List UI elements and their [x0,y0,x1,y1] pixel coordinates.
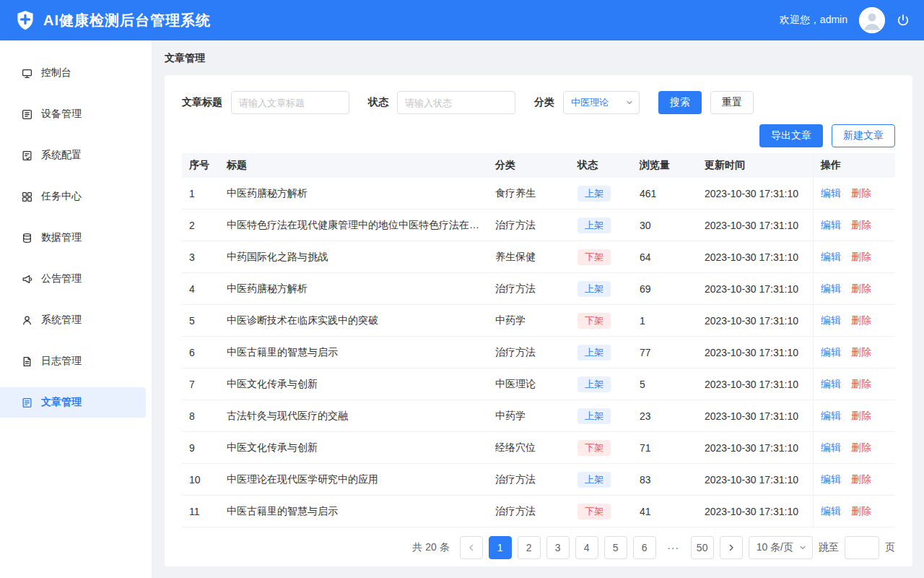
delete-link[interactable]: 删除 [851,441,871,454]
page-size-select[interactable]: 10 条/页 [749,536,813,559]
article-category: 治疗方法 [488,505,570,518]
sidebar-item-console[interactable]: 控制台 [0,58,146,88]
more-pages-button[interactable]: ··· [662,536,685,559]
title-filter-input[interactable] [231,91,349,114]
page-number-list: 123456···50 [489,536,714,559]
export-articles-button[interactable]: 导出文章 [759,124,823,147]
article-category: 经络穴位 [488,441,570,454]
page-button-1[interactable]: 1 [489,536,512,559]
table-row: 5 中医诊断技术在临床实践中的突破 中药学 下架 1 2023-10-30 17… [182,305,895,337]
edit-link[interactable]: 编辑 [821,314,841,327]
delete-link[interactable]: 删除 [851,410,871,423]
edit-link[interactable]: 编辑 [821,282,841,296]
edit-link[interactable]: 编辑 [821,505,841,518]
edit-link[interactable]: 编辑 [821,187,841,200]
create-article-button[interactable]: 新建文章 [832,124,895,147]
delete-link[interactable]: 删除 [851,282,871,296]
row-index: 1 [182,188,219,199]
sidebar-item-label: 文章管理 [41,396,82,409]
article-icon [22,397,32,408]
delete-link[interactable]: 删除 [851,473,871,486]
article-category: 治疗方法 [488,219,570,232]
next-page-button[interactable] [720,536,743,559]
edit-link[interactable]: 编辑 [821,251,841,264]
views-count: 1 [632,315,697,327]
status-filter-input[interactable] [397,91,515,114]
sidebar-item-notice[interactable]: 公告管理 [0,264,146,294]
page-button-6[interactable]: 6 [633,536,656,559]
article-card: 文章标题 状态 分类 中医理论 搜索 重置 [165,75,912,566]
page-size-value: 10 条/页 [757,541,793,554]
table-row: 7 中医文化传承与创新 中医理论 上架 5 2023-10-30 17:31:1… [182,368,895,400]
delete-link[interactable]: 删除 [851,314,871,327]
delete-link[interactable]: 删除 [851,378,871,391]
delete-link[interactable]: 删除 [851,251,871,264]
article-title: 中医理论在现代医学研究中的应用 [219,473,488,486]
status-badge: 下架 [578,313,611,329]
title-filter-label: 文章标题 [182,96,222,109]
user-avatar[interactable] [859,7,885,33]
page-button-5[interactable]: 5 [604,536,627,559]
sidebar-item-device[interactable]: 设备管理 [0,99,146,129]
delete-link[interactable]: 删除 [851,505,871,518]
delete-link[interactable]: 删除 [851,346,871,359]
edit-link[interactable]: 编辑 [821,473,841,486]
edit-link[interactable]: 编辑 [821,219,841,232]
views-count: 77 [632,347,697,358]
views-count: 83 [632,474,697,486]
row-index: 8 [182,410,219,422]
category-select[interactable]: 中医理论 [563,91,640,114]
article-category: 中医理论 [488,378,570,391]
edit-link[interactable]: 编辑 [821,410,841,423]
sidebar-item-config[interactable]: 系统配置 [0,140,146,171]
breadcrumb: 文章管理 [165,51,912,65]
updated-time: 2023-10-30 17:31:10 [697,506,813,517]
jump-page-input[interactable] [845,536,879,559]
welcome-text: 欢迎您，admin [780,14,847,27]
updated-time: 2023-10-30 17:31:10 [697,442,813,454]
status-badge: 上架 [578,345,611,361]
page-button-3[interactable]: 3 [546,536,570,559]
search-button[interactable]: 搜索 [658,91,702,114]
status-badge: 上架 [578,408,611,424]
article-title: 中医古籍里的智慧与启示 [219,346,488,359]
page-button-2[interactable]: 2 [518,536,541,559]
edit-link[interactable]: 编辑 [821,441,841,454]
sidebar-item-article[interactable]: 文章管理 [0,387,146,418]
updated-time: 2023-10-30 17:31:10 [697,220,813,231]
sidebar-item-label: 系统配置 [41,149,82,162]
views-count: 30 [632,220,697,231]
article-title: 中医药膳秘方解析 [219,282,488,296]
edit-link[interactable]: 编辑 [821,378,841,391]
page-button-50[interactable]: 50 [691,536,714,559]
reset-button[interactable]: 重置 [710,91,754,114]
status-badge: 上架 [578,217,611,233]
header-ops: 操作 [813,153,895,178]
row-index: 3 [182,251,219,263]
table-row: 2 中医特色疗法在现代健康管理中的地位中医特色疗法在现… 治疗方法 上架 30 … [182,210,895,241]
edit-link[interactable]: 编辑 [821,346,841,359]
page-button-4[interactable]: 4 [575,536,598,559]
filter-bar: 文章标题 状态 分类 中医理论 搜索 重置 [182,91,895,114]
views-count: 461 [632,188,697,199]
delete-link[interactable]: 删除 [851,219,871,232]
article-category: 中药学 [488,314,570,327]
header-title: 标题 [219,159,488,172]
sidebar-item-label: 公告管理 [41,272,82,285]
logout-power-icon[interactable] [897,14,910,27]
status-badge: 上架 [578,186,611,202]
config-icon [22,150,32,161]
table-body: 1 中医药膳秘方解析 食疗养生 上架 461 2023-10-30 17:31:… [182,178,895,527]
article-title: 中医古籍里的智慧与启示 [219,505,488,518]
sidebar-item-log[interactable]: 日志管理 [0,346,146,376]
category-select-value: 中医理论 [571,96,609,109]
sidebar-item-data[interactable]: 数据管理 [0,223,146,253]
sidebar-item-task[interactable]: 任务中心 [0,181,146,212]
delete-link[interactable]: 删除 [851,187,871,200]
sidebar-item-label: 数据管理 [41,231,82,244]
prev-page-button[interactable] [460,536,483,559]
table-row: 10 中医理论在现代医学研究中的应用 治疗方法 上架 83 2023-10-30… [182,464,895,496]
sidebar-item-system[interactable]: 系统管理 [0,305,146,335]
app-logo: AI健康检测后台管理系统 [14,9,211,31]
header-updated: 更新时间 [697,159,813,172]
